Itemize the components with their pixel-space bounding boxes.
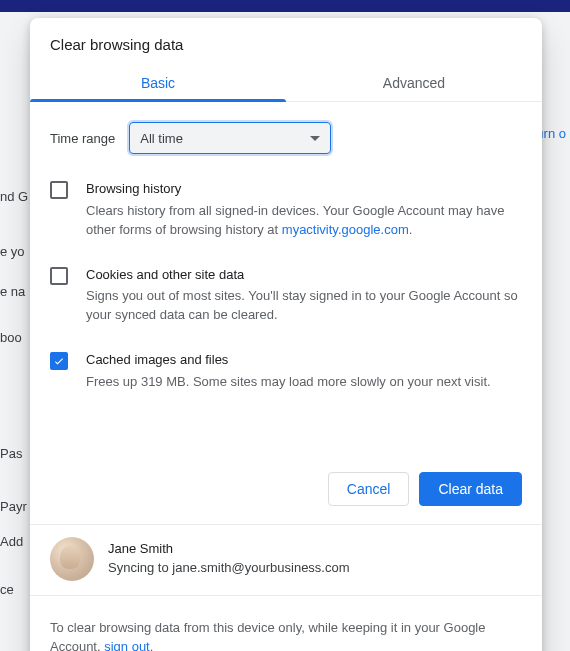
clear-data-button[interactable]: Clear data <box>419 472 522 506</box>
bg-text-6: Payr <box>0 499 27 514</box>
bg-text-1: nd G <box>0 189 28 204</box>
option-desc: Frees up 319 MB. Some sites may load mor… <box>86 373 491 392</box>
option-title: Cached images and files <box>86 351 491 370</box>
account-sync: Syncing to jane.smith@yourbusiness.com <box>108 559 350 578</box>
check-icon <box>53 355 65 367</box>
bg-text-8: ce <box>0 582 14 597</box>
bg-text-3: e na <box>0 284 25 299</box>
checkbox-cache[interactable] <box>50 352 68 370</box>
clear-browsing-data-dialog: Clear browsing data Basic Advanced Time … <box>30 18 542 651</box>
account-name: Jane Smith <box>108 540 350 559</box>
time-range-select[interactable]: All time <box>129 122 331 154</box>
sign-out-link[interactable]: sign out <box>104 639 150 651</box>
cancel-button[interactable]: Cancel <box>328 472 410 506</box>
account-email: jane.smith@yourbusiness.com <box>172 560 349 575</box>
chevron-down-icon <box>310 136 320 141</box>
tabs: Basic Advanced <box>30 69 542 102</box>
option-title: Browsing history <box>86 180 522 199</box>
time-range-value: All time <box>140 131 183 146</box>
background-header <box>0 0 570 12</box>
dialog-title: Clear browsing data <box>30 18 542 69</box>
option-cache: Cached images and files Frees up 319 MB.… <box>50 351 522 392</box>
option-desc: Signs you out of most sites. You'll stay… <box>86 287 522 325</box>
checkbox-cookies[interactable] <box>50 267 68 285</box>
tab-basic-label: Basic <box>141 75 175 91</box>
checkbox-browsing-history[interactable] <box>50 181 68 199</box>
myactivity-link[interactable]: myactivity.google.com <box>282 222 409 237</box>
bg-text-2: e yo <box>0 244 25 259</box>
avatar <box>50 537 94 581</box>
tab-advanced-label: Advanced <box>383 75 445 91</box>
tab-basic[interactable]: Basic <box>30 69 286 101</box>
divider <box>30 524 542 525</box>
bg-text-4: boo <box>0 330 22 345</box>
divider <box>30 595 542 596</box>
time-range-row: Time range All time <box>50 122 522 154</box>
bg-text-5: Pas <box>0 446 22 461</box>
dialog-buttons: Cancel Clear data <box>30 472 542 524</box>
footer-note: To clear browsing data from this device … <box>30 608 542 651</box>
account-row: Jane Smith Syncing to jane.smith@yourbus… <box>30 537 542 595</box>
time-range-label: Time range <box>50 131 115 146</box>
tab-advanced[interactable]: Advanced <box>286 69 542 101</box>
option-cookies: Cookies and other site data Signs you ou… <box>50 266 522 326</box>
bg-text-7: Add <box>0 534 23 549</box>
option-desc: Clears history from all signed-in device… <box>86 202 522 240</box>
option-title: Cookies and other site data <box>86 266 522 285</box>
option-browsing-history: Browsing history Clears history from all… <box>50 180 522 240</box>
